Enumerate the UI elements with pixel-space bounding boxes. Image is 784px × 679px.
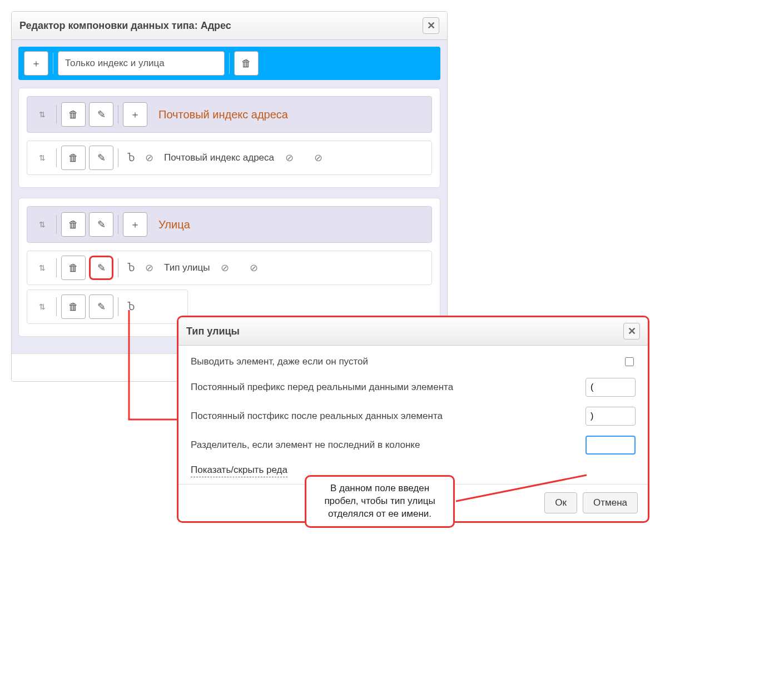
pencil-icon: ✎ <box>97 108 106 121</box>
label-prefix: Постоянный префикс перед реальными данны… <box>191 382 453 393</box>
lock-icon: Ⴆ <box>127 152 135 164</box>
add-item-button[interactable]: ＋ <box>123 102 147 127</box>
separator <box>56 215 57 234</box>
disabled-icon: ⊘ <box>143 152 155 164</box>
plus-icon: ＋ <box>130 108 140 121</box>
close-icon: ✕ <box>628 325 636 337</box>
panel-header: Редактор компоновки данных типа: Адрес ✕ <box>12 12 447 40</box>
edit-group-button[interactable]: ✎ <box>89 212 113 237</box>
row-output-empty: Выводить элемент, даже если он пустой <box>191 356 636 368</box>
separator <box>56 148 57 167</box>
field-row-street-type: ⇅ 🗑 ✎ Ⴆ ⊘ Тип улицы ⊘ ⊘ <box>27 251 432 285</box>
group-header: ⇅ 🗑 ✎ ＋ Улица <box>27 206 432 243</box>
trash-icon: 🗑 <box>68 109 78 121</box>
panel-title: Редактор компоновки данных типа: Адрес <box>19 20 231 32</box>
delete-group-button[interactable]: 🗑 <box>61 212 86 237</box>
trash-icon: 🗑 <box>68 219 78 231</box>
separator <box>118 105 118 124</box>
delete-layout-button[interactable]: 🗑 <box>234 51 259 76</box>
layout-name-input[interactable] <box>58 51 225 76</box>
close-icon: ✕ <box>427 19 435 32</box>
disabled-icon: ⊘ <box>143 262 155 274</box>
separator <box>56 105 57 124</box>
pencil-icon: ✎ <box>97 301 106 313</box>
separator <box>118 215 118 234</box>
close-button[interactable]: ✕ <box>423 17 439 34</box>
label-output-empty: Выводить элемент, даже если он пустой <box>191 356 368 367</box>
field-label: Почтовый индекс адреса <box>164 152 274 163</box>
pencil-icon: ✎ <box>97 262 106 274</box>
layout-name-bar: ＋ 🗑 <box>18 47 440 80</box>
separator <box>118 258 118 277</box>
trash-icon: 🗑 <box>68 152 78 164</box>
separator <box>229 53 230 74</box>
field-label: Тип улицы <box>164 262 210 273</box>
pencil-icon: ✎ <box>97 218 106 231</box>
trash-icon: 🗑 <box>241 58 251 69</box>
add-item-button[interactable]: ＋ <box>123 212 147 237</box>
trash-icon: 🗑 <box>68 301 78 313</box>
drag-handle-icon[interactable]: ⇅ <box>33 296 52 318</box>
disabled-icon: ⊘ <box>312 152 324 164</box>
drag-handle-icon[interactable]: ⇅ <box>33 147 52 169</box>
plus-icon: ＋ <box>130 218 140 231</box>
separator <box>118 148 118 167</box>
checkbox-output-empty[interactable] <box>625 357 634 366</box>
separator <box>56 297 57 316</box>
separator <box>118 297 118 316</box>
group-card-postal: ⇅ 🗑 ✎ ＋ Почтовый индекс адреса ⇅ 🗑 ✎ Ⴆ ⊘… <box>18 88 440 188</box>
delete-group-button[interactable]: 🗑 <box>61 102 86 127</box>
field-row: ⇅ 🗑 ✎ Ⴆ ⊘ Почтовый индекс адреса ⊘ ⊘ <box>27 141 432 175</box>
separator <box>53 53 53 74</box>
lock-icon: Ⴆ <box>127 262 135 274</box>
modal-title: Тип улицы <box>186 326 240 337</box>
modal-close-button[interactable]: ✕ <box>623 323 640 340</box>
panel-body: ＋ 🗑 ⇅ 🗑 ✎ ＋ Почтовый индекс адреса ⇅ <box>12 40 447 353</box>
row-prefix: Постоянный префикс перед реальными данны… <box>191 378 636 393</box>
disabled-icon: ⊘ <box>248 262 260 274</box>
edit-item-button[interactable]: ✎ <box>89 294 113 319</box>
modal-header: Тип улицы ✕ <box>178 317 648 346</box>
drag-handle-icon[interactable]: ⇅ <box>33 257 52 279</box>
plus-icon: ＋ <box>31 57 41 70</box>
delete-item-button[interactable]: 🗑 <box>61 294 86 319</box>
edit-item-button-highlighted[interactable]: ✎ <box>89 256 113 280</box>
disabled-icon: ⊘ <box>219 262 231 274</box>
delete-item-button[interactable]: 🗑 <box>61 256 86 280</box>
pencil-icon: ✎ <box>97 152 106 164</box>
lock-icon: Ⴆ <box>127 301 135 313</box>
field-row: ⇅ 🗑 ✎ Ⴆ <box>27 289 188 324</box>
drag-handle-icon[interactable]: ⇅ <box>33 103 52 126</box>
group-header: ⇅ 🗑 ✎ ＋ Почтовый индекс адреса <box>27 96 432 133</box>
separator <box>56 258 57 277</box>
disabled-icon: ⊘ <box>283 152 295 164</box>
modal-body: Выводить элемент, даже если он пустой По… <box>178 346 648 393</box>
element-settings-modal: Тип улицы ✕ Выводить элемент, даже если … <box>177 316 649 393</box>
trash-icon: 🗑 <box>68 262 78 274</box>
edit-item-button[interactable]: ✎ <box>89 146 113 170</box>
input-prefix[interactable] <box>585 378 636 393</box>
drag-handle-icon[interactable]: ⇅ <box>33 213 52 236</box>
group-title: Почтовый индекс адреса <box>158 108 288 121</box>
delete-item-button[interactable]: 🗑 <box>61 146 86 170</box>
edit-group-button[interactable]: ✎ <box>89 102 113 127</box>
add-layout-button[interactable]: ＋ <box>24 51 48 76</box>
group-title: Улица <box>158 218 190 231</box>
